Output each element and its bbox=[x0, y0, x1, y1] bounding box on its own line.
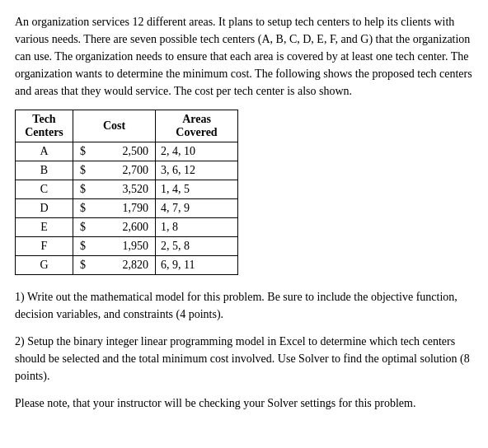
questions-section: 1) Write out the mathematical model for … bbox=[15, 288, 473, 412]
cell-tech-center: E bbox=[16, 218, 73, 237]
question-2: 2) Setup the binary integer linear progr… bbox=[15, 333, 473, 385]
cell-dollar-sign: $ bbox=[73, 218, 88, 237]
tech-center-table: TechCenters Cost AreasCovered A$2,5002, … bbox=[15, 110, 238, 275]
cell-cost: 2,820 bbox=[87, 256, 156, 275]
table-row: A$2,5002, 4, 10 bbox=[16, 142, 238, 161]
cell-tech-center: G bbox=[16, 256, 73, 275]
intro-paragraph: An organization services 12 different ar… bbox=[15, 13, 473, 100]
table-row: B$2,7003, 6, 12 bbox=[16, 161, 238, 180]
table-row: C$3,5201, 4, 5 bbox=[16, 180, 238, 199]
cell-areas: 3, 6, 12 bbox=[156, 161, 238, 180]
cell-dollar-sign: $ bbox=[73, 142, 88, 161]
cell-cost: 2,500 bbox=[87, 142, 156, 161]
note-text: Please note, that your instructor will b… bbox=[15, 394, 473, 412]
cell-cost: 2,600 bbox=[87, 218, 156, 237]
cell-dollar-sign: $ bbox=[73, 161, 88, 180]
cell-areas: 2, 4, 10 bbox=[156, 142, 238, 161]
table-row: D$1,7904, 7, 9 bbox=[16, 199, 238, 218]
cell-areas: 1, 4, 5 bbox=[156, 180, 238, 199]
question-1-text: 1) Write out the mathematical model for … bbox=[15, 288, 473, 323]
note-paragraph: Please note, that your instructor will b… bbox=[15, 394, 473, 412]
cell-dollar-sign: $ bbox=[73, 256, 88, 275]
cell-dollar-sign: $ bbox=[73, 199, 88, 218]
cell-areas: 4, 7, 9 bbox=[156, 199, 238, 218]
cell-cost: 2,700 bbox=[87, 161, 156, 180]
cell-cost: 3,520 bbox=[87, 180, 156, 199]
cell-tech-center: B bbox=[16, 161, 73, 180]
cell-cost: 1,790 bbox=[87, 199, 156, 218]
table-row: F$1,9502, 5, 8 bbox=[16, 237, 238, 256]
cell-areas: 1, 8 bbox=[156, 218, 238, 237]
cell-areas: 6, 9, 11 bbox=[156, 256, 238, 275]
table-row: E$2,6001, 8 bbox=[16, 218, 238, 237]
table-row: G$2,8206, 9, 11 bbox=[16, 256, 238, 275]
cell-dollar-sign: $ bbox=[73, 237, 88, 256]
header-areas-covered: AreasCovered bbox=[156, 110, 238, 142]
question-1: 1) Write out the mathematical model for … bbox=[15, 288, 473, 323]
question-2-text: 2) Setup the binary integer linear progr… bbox=[15, 333, 473, 385]
cell-areas: 2, 5, 8 bbox=[156, 237, 238, 256]
cell-cost: 1,950 bbox=[87, 237, 156, 256]
header-cost: Cost bbox=[73, 110, 156, 142]
cell-dollar-sign: $ bbox=[73, 180, 88, 199]
cell-tech-center: C bbox=[16, 180, 73, 199]
cell-tech-center: A bbox=[16, 142, 73, 161]
cell-tech-center: F bbox=[16, 237, 73, 256]
header-tech-centers: TechCenters bbox=[16, 110, 73, 142]
cell-tech-center: D bbox=[16, 199, 73, 218]
